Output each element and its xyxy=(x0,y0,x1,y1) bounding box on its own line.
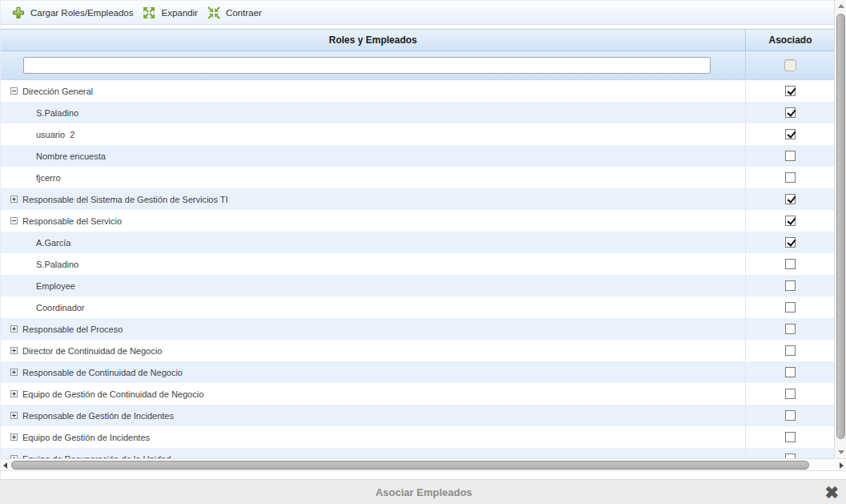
table-row[interactable]: Responsable del Proceso xyxy=(1,318,835,340)
row-label: Responsable del Servicio xyxy=(22,216,122,226)
row-checkbox[interactable] xyxy=(785,367,796,377)
table-row[interactable]: Responsable del Servicio xyxy=(1,210,835,232)
row-label: S.Paladino xyxy=(36,260,79,269)
scroll-right-icon[interactable] xyxy=(840,462,844,469)
column-header-roles-empleados: Roles y Empleados xyxy=(1,30,746,50)
row-main-cell: Director de Continuidad de Negocio xyxy=(1,340,746,361)
row-checkbox[interactable] xyxy=(785,194,796,204)
row-main-cell: Dirección General xyxy=(1,80,746,102)
table-row[interactable]: Equipo de Gestión de Continuidad de Nego… xyxy=(1,383,835,405)
row-main-cell: Coordinador xyxy=(1,296,746,318)
table-row[interactable]: Responsable de Gestión de Incidentes xyxy=(1,405,835,426)
row-main-cell: Responsable del Servicio xyxy=(1,210,746,232)
row-label: Employee xyxy=(36,281,75,291)
row-checkbox[interactable] xyxy=(785,237,796,248)
vertical-scrollbar[interactable] xyxy=(834,0,846,458)
row-label: Dirección General xyxy=(22,87,93,96)
horizontal-scrollbar[interactable] xyxy=(1,458,846,471)
row-assoc-cell xyxy=(746,361,835,383)
row-assoc-cell xyxy=(746,102,835,123)
row-assoc-cell xyxy=(746,275,835,296)
collapse-all-button[interactable]: Contraer xyxy=(204,4,268,22)
row-label: A.García xyxy=(36,238,70,248)
scroll-up-icon[interactable] xyxy=(838,4,844,8)
row-checkbox[interactable] xyxy=(785,129,796,139)
row-checkbox[interactable] xyxy=(785,216,796,226)
row-label: Responsable del Proceso xyxy=(22,325,123,334)
collapse-all-label: Contraer xyxy=(226,8,262,18)
search-input[interactable] xyxy=(23,57,711,74)
tree-toggle-icon[interactable] xyxy=(10,433,18,441)
row-checkbox[interactable] xyxy=(785,324,796,334)
row-main-cell: Equipo de Gestión de Continuidad de Nego… xyxy=(1,383,746,405)
dialog-footer: Asociar Empleados ✖ xyxy=(1,479,846,504)
row-assoc-cell xyxy=(746,296,835,318)
row-label: S.Paladino xyxy=(36,108,79,118)
filter-assoc-cell xyxy=(746,51,835,79)
row-checkbox[interactable] xyxy=(785,345,796,356)
row-main-cell: Responsable de Continuidad de Negocio xyxy=(1,361,746,383)
expand-all-button[interactable]: Expandir xyxy=(139,4,203,22)
tree-toggle-icon[interactable] xyxy=(10,369,18,376)
table-row[interactable]: A.García xyxy=(1,232,835,253)
row-main-cell: Responsable de Gestión de Incidentes xyxy=(1,405,746,426)
expand-all-label: Expandir xyxy=(161,8,197,18)
row-main-cell: fjcerro xyxy=(1,167,746,188)
tree-toggle-icon[interactable] xyxy=(10,347,18,354)
scroll-left-icon[interactable] xyxy=(3,462,7,469)
row-main-cell: usuario 2 xyxy=(1,123,746,145)
table-row[interactable]: Employee xyxy=(1,275,835,296)
table-row[interactable]: Coordinador xyxy=(1,296,835,318)
roles-employees-tree: Dirección General S.Paladino usuario 2 xyxy=(1,80,835,458)
associate-employees-dialog: Cargar Roles/Empleados Expandir xyxy=(0,0,846,504)
column-header-main-label: Roles y Empleados xyxy=(328,34,417,46)
grid-header: Roles y Empleados Asociado xyxy=(1,29,835,51)
row-checkbox[interactable] xyxy=(785,280,796,291)
table-row[interactable]: Dirección General xyxy=(1,80,835,102)
row-main-cell: Equipo de Recuperación de la Unidad xyxy=(1,448,746,458)
select-all-checkbox[interactable] xyxy=(784,59,796,71)
row-checkbox[interactable] xyxy=(785,410,796,421)
collapse-icon xyxy=(207,6,220,19)
row-assoc-cell xyxy=(746,318,835,340)
row-checkbox[interactable] xyxy=(785,432,796,442)
table-row[interactable]: Equipo de Gestión de Incidentes xyxy=(1,426,835,448)
row-checkbox[interactable] xyxy=(785,172,796,183)
row-checkbox[interactable] xyxy=(785,86,796,96)
table-row[interactable]: Director de Continuidad de Negocio xyxy=(1,340,835,361)
row-label: Responsable de Continuidad de Negocio xyxy=(22,368,183,377)
tree-toggle-icon[interactable] xyxy=(10,87,18,95)
row-checkbox[interactable] xyxy=(785,151,796,161)
table-row[interactable]: Equipo de Recuperación de la Unidad xyxy=(1,448,835,458)
horizontal-scrollbar-thumb[interactable] xyxy=(11,461,809,470)
row-main-cell: Employee xyxy=(1,275,746,296)
scroll-down-icon[interactable] xyxy=(838,450,844,454)
table-row[interactable]: Responsable de Continuidad de Negocio xyxy=(1,361,835,383)
toolbar: Cargar Roles/Empleados Expandir xyxy=(1,0,835,25)
row-main-cell: Equipo de Gestión de Incidentes xyxy=(1,426,746,448)
table-row[interactable]: Nombre encuesta xyxy=(1,145,835,167)
table-row[interactable]: fjcerro xyxy=(1,167,835,188)
row-main-cell: Responsable del Sistema de Gestión de Se… xyxy=(1,188,746,210)
tree-toggle-icon[interactable] xyxy=(10,217,18,224)
row-checkbox[interactable] xyxy=(785,389,796,399)
tree-toggle-icon[interactable] xyxy=(10,325,18,333)
tree-toggle-icon[interactable] xyxy=(10,412,18,419)
table-row[interactable]: S.Paladino xyxy=(1,253,835,275)
vertical-scrollbar-thumb[interactable] xyxy=(836,14,845,439)
close-icon[interactable]: ✖ xyxy=(824,482,839,503)
table-row[interactable]: Responsable del Sistema de Gestión de Se… xyxy=(1,188,835,210)
row-checkbox[interactable] xyxy=(785,107,796,118)
table-row[interactable]: usuario 2 xyxy=(1,123,835,145)
row-checkbox[interactable] xyxy=(785,259,796,269)
table-row[interactable]: S.Paladino xyxy=(1,102,835,123)
tree-toggle-icon[interactable] xyxy=(10,390,18,397)
row-assoc-cell xyxy=(746,188,835,210)
row-label: Director de Continuidad de Negocio xyxy=(22,346,162,356)
row-label: Responsable del Sistema de Gestión de Se… xyxy=(22,195,228,204)
row-label: Equipo de Gestión de Continuidad de Nego… xyxy=(22,389,203,399)
load-roles-employees-button[interactable]: Cargar Roles/Empleados xyxy=(9,4,139,22)
tree-toggle-icon[interactable] xyxy=(10,196,18,203)
row-checkbox[interactable] xyxy=(785,302,796,312)
row-main-cell: A.García xyxy=(1,232,746,253)
